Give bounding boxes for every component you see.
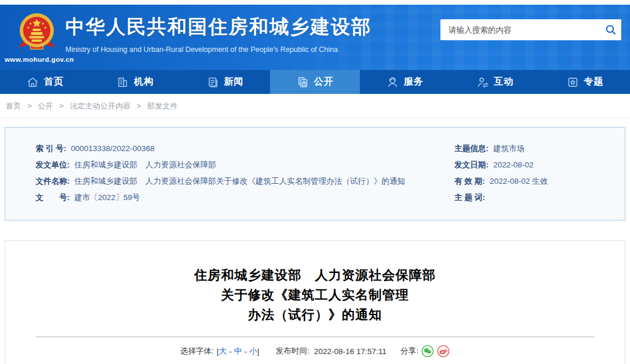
meta-label: 发文单位: [36, 157, 70, 173]
meta-value: 建市〔2022〕59号 [75, 190, 141, 206]
tab-label: 公开 [314, 76, 334, 88]
breadcrumb-item-home[interactable]: 首页 [6, 102, 21, 110]
site-url: www.mohurd.gov.cn [5, 56, 74, 63]
tab-label: 首页 [44, 76, 64, 88]
tab-topics[interactable]: 专题 [540, 70, 630, 94]
tab-label: 新闻 [224, 76, 244, 88]
meta-value: 住房和城乡建设部 人力资源社会保障部关于修改《建筑工人实名制管理办法（试行）》的… [75, 173, 405, 190]
meta-label: 主题信息: [454, 141, 489, 157]
font-size-dash: - [229, 347, 232, 356]
font-size-dash: - [244, 347, 247, 356]
meta-label: 有 效 期: [454, 173, 485, 190]
tab-interaction[interactable]: 互动 [450, 70, 540, 94]
meta-label: 文 号: [36, 190, 70, 206]
tab-label: 互动 [494, 76, 514, 88]
national-emblem [14, 9, 60, 56]
meta-label: 文件名称: [36, 173, 70, 190]
tab-services[interactable]: 服务 [360, 70, 450, 94]
search-box [440, 19, 621, 40]
article-box: 住房和城乡建设部 人力资源社会保障部 关于修改《建筑工人实名制管理 办法（试行）… [5, 240, 625, 364]
article-title-line: 住房和城乡建设部 人力资源社会保障部 [5, 265, 625, 285]
service-icon [386, 76, 399, 89]
font-size-large[interactable]: 大 [219, 346, 227, 356]
meta-row-topic-info: 主题信息: 建筑市场 [454, 141, 621, 157]
meta-value: 住房和城乡建设部 人力资源社会保障部 [75, 157, 216, 173]
tab-news[interactable]: 新闻 [180, 70, 270, 94]
meta-row-keywords: 主 题 词: [454, 190, 621, 206]
building-icon [116, 76, 129, 89]
publish-time-value: 2022-08-16 17:57:11 [314, 347, 386, 356]
breadcrumb-item-disclosure[interactable]: 公开 [38, 102, 53, 110]
site-subtitle: Ministry of Housing and Urban-Rural Deve… [65, 46, 372, 54]
breadcrumb: 首页 > 公开 > 法定主动公开内容 > 部发文件 [0, 94, 630, 118]
tab-label: 机构 [134, 76, 153, 88]
browser-top-strip [0, 0, 630, 5]
meta-row-index-number: 索 引 号: 000013338/2022-00368 [36, 141, 454, 157]
breadcrumb-separator: > [59, 102, 64, 110]
breadcrumb-separator: > [27, 102, 32, 110]
meta-row-issue-date: 发文日期: 2022-08-02 [454, 157, 621, 173]
tab-label: 专题 [584, 76, 604, 88]
tab-disclosure[interactable]: 公开 [270, 70, 360, 94]
share-label: 分享: [401, 346, 419, 356]
meta-label: 索 引 号: [36, 141, 66, 157]
meta-value: 2022-08-02 [494, 157, 534, 173]
meta-row-issuing-unit: 发文单位: 住房和城乡建设部 人力资源社会保障部 [36, 157, 454, 173]
site-header: www.mohurd.gov.cn 中华人民共和国住房和城乡建设部 Minist… [0, 5, 630, 70]
article-toolbar: 选择字体: [ 大 - 中 - 小 ] 发布时间: 2022-08-16 17:… [5, 345, 625, 358]
wechat-share-icon[interactable] [421, 345, 434, 358]
tab-home[interactable]: 首页 [0, 70, 90, 94]
meta-value: 2022-08-02 生效 [490, 173, 548, 190]
news-icon [206, 76, 219, 89]
tab-label: 服务 [404, 76, 424, 88]
breadcrumb-separator: > [136, 102, 141, 110]
meta-value: 000013338/2022-00368 [71, 141, 155, 157]
search-input[interactable] [440, 26, 600, 34]
site-title: 中华人民共和国住房和城乡建设部 [65, 14, 372, 40]
article-title-line: 办法（试行）》的通知 [5, 305, 625, 325]
disclosure-icon [296, 76, 309, 89]
meta-label: 发文日期: [454, 157, 489, 173]
article-title: 住房和城乡建设部 人力资源社会保障部 关于修改《建筑工人实名制管理 办法（试行）… [5, 265, 625, 325]
search-icon[interactable] [600, 23, 621, 36]
tab-institutions[interactable]: 机构 [90, 70, 180, 94]
font-size-small[interactable]: 小 [249, 346, 257, 356]
font-size-bracket-close: ] [257, 347, 260, 356]
title-divider [36, 337, 594, 337]
meta-label: 主 题 词: [454, 190, 485, 206]
interaction-icon [477, 76, 489, 89]
breadcrumb-item-ministry-documents[interactable]: 部发文件 [148, 102, 178, 110]
meta-row-document-name: 文件名称: 住房和城乡建设部 人力资源社会保障部关于修改《建筑工人实名制管理办法… [36, 173, 454, 190]
topic-icon [566, 76, 579, 89]
breadcrumb-item-statutory-disclosure[interactable]: 法定主动公开内容 [70, 102, 131, 110]
document-meta-box: 索 引 号: 000013338/2022-00368 发文单位: 住房和城乡建… [5, 127, 625, 220]
article-title-line: 关于修改《建筑工人实名制管理 [5, 285, 625, 305]
font-size-medium[interactable]: 中 [234, 346, 242, 356]
meta-row-document-number: 文 号: 建市〔2022〕59号 [36, 190, 454, 206]
main-nav: 首页 机构 新闻 公开 [0, 70, 630, 94]
meta-value: 建筑市场 [494, 141, 525, 157]
home-icon [26, 76, 39, 89]
font-size-label: 选择字体: [180, 346, 214, 356]
publish-time-label: 发布时间: [275, 346, 309, 356]
weibo-share-icon[interactable] [437, 345, 450, 358]
meta-row-effective-date: 有 效 期: 2022-08-02 生效 [454, 173, 621, 190]
